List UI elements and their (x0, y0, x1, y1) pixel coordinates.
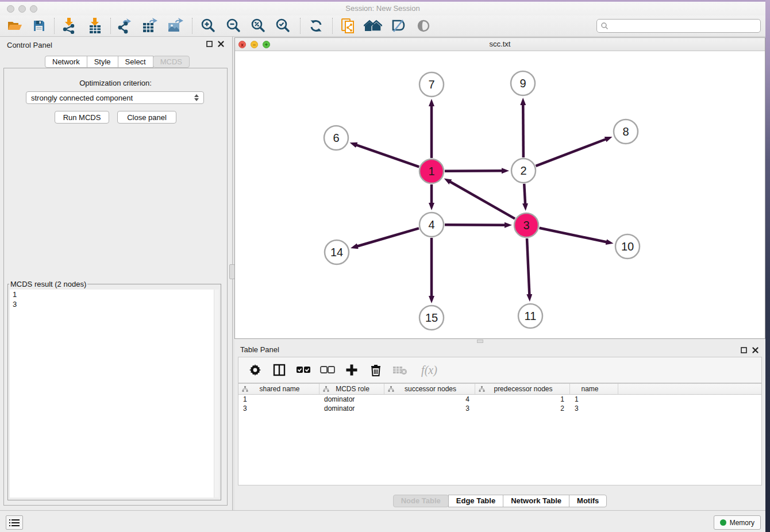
column-header-name[interactable]: name (570, 384, 618, 394)
column-header-shared-name[interactable]: shared name (238, 384, 319, 394)
cell-shared-name[interactable]: 1 (238, 395, 319, 404)
zoom-fit-icon (250, 18, 266, 34)
cell-predecessor-nodes[interactable]: 1 (475, 395, 570, 404)
column-header-filler (618, 384, 761, 394)
function-builder-button[interactable]: f(x) (414, 360, 444, 380)
import-table-button[interactable] (83, 17, 106, 35)
tab-edge-table[interactable]: Edge Table (448, 495, 503, 507)
network-window-titlebar[interactable]: x − + scc.txt (235, 38, 765, 51)
open-session-button[interactable] (3, 17, 26, 35)
add-column-button[interactable] (342, 360, 361, 380)
tab-network-table[interactable]: Network Table (503, 495, 569, 507)
graph-edge-4-3[interactable] (445, 225, 506, 225)
unchecked-boxes-icon (320, 366, 335, 374)
apply-layout-button[interactable] (305, 17, 328, 35)
mcds-result-textarea[interactable]: 1 3 (10, 290, 219, 498)
float-panel-icon[interactable] (206, 41, 213, 47)
graph-edge-2-9[interactable] (523, 103, 523, 157)
graph-edge-4-14[interactable] (356, 228, 419, 246)
tab-network[interactable]: Network (45, 56, 87, 68)
search-icon (600, 22, 609, 30)
tab-select[interactable]: Select (118, 56, 153, 68)
cell-shared-name[interactable]: 3 (238, 404, 319, 413)
run-mcds-button[interactable]: Run MCDS (55, 111, 109, 124)
network-maximize-button[interactable]: + (263, 41, 270, 48)
export-image-button[interactable] (164, 17, 187, 35)
search-box[interactable] (596, 19, 761, 33)
graph-edge-1-6[interactable] (355, 145, 419, 167)
graph-edge-3-11[interactable] (527, 238, 529, 296)
table-header-row: shared name MCDS role successor nodes pr… (238, 384, 761, 395)
zoom-selected-button[interactable] (271, 17, 294, 35)
table-toolbar: f(x) (238, 357, 762, 383)
float-panel-icon[interactable] (741, 347, 747, 353)
column-header-mcds-role[interactable]: MCDS role (319, 384, 384, 394)
close-panel-icon[interactable] (218, 41, 224, 47)
cell-successor-nodes[interactable]: 3 (384, 404, 475, 413)
import-network-icon (61, 18, 76, 34)
column-header-successor-nodes[interactable]: successor nodes (384, 384, 475, 394)
tab-mcds[interactable]: MCDS (153, 56, 190, 68)
graph-edge-1-2[interactable] (445, 171, 503, 171)
graph-edge-3-1[interactable] (449, 181, 515, 218)
criterion-selected-value: strongly connected component (31, 94, 133, 102)
tab-node-table[interactable]: Node Table (393, 495, 449, 507)
graph-node-label-8: 8 (622, 125, 629, 138)
first-neighbors-button[interactable] (361, 17, 384, 35)
clone-network-button[interactable] (337, 17, 360, 35)
network-graph-canvas[interactable]: 7968124314101511 (235, 51, 765, 338)
close-window-button[interactable] (7, 5, 14, 13)
minimize-window-button[interactable] (18, 5, 26, 13)
table-panel: Table Panel f(x) shar (234, 343, 765, 510)
close-panel-button[interactable]: Close panel (117, 111, 176, 124)
export-table-button[interactable] (138, 17, 161, 35)
search-input[interactable] (609, 20, 760, 32)
cell-predecessor-nodes[interactable]: 2 (475, 404, 570, 413)
select-all-button[interactable] (294, 360, 313, 380)
cell-successor-nodes[interactable]: 4 (384, 395, 475, 404)
cell-name[interactable]: 1 (570, 395, 618, 404)
delete-column-button[interactable] (366, 360, 386, 380)
control-panel-title: Control Panel (7, 41, 52, 49)
export-image-icon (167, 18, 183, 34)
column-header-predecessor-nodes[interactable]: predecessor nodes (475, 384, 570, 394)
network-close-button[interactable]: x (238, 41, 246, 48)
tab-style[interactable]: Style (87, 56, 118, 68)
save-session-button[interactable] (28, 17, 51, 35)
control-panel-window-controls (206, 41, 224, 47)
hierarchy-icon (479, 386, 485, 392)
criterion-select[interactable]: strongly connected component (26, 91, 204, 104)
graphics-details-button[interactable] (412, 17, 435, 35)
table-row[interactable]: 1 dominator 4 1 1 (238, 395, 761, 404)
graph-edge-2-8[interactable] (536, 138, 607, 165)
graph-edge-2-3[interactable] (524, 184, 525, 205)
result-scrollbar[interactable] (214, 290, 219, 498)
close-panel-icon[interactable] (752, 347, 759, 353)
graph-edge-3-10[interactable] (540, 228, 608, 242)
zoom-window-button[interactable] (30, 5, 37, 13)
cell-mcds-role[interactable]: dominator (319, 395, 384, 404)
memory-button[interactable]: Memory (714, 515, 761, 530)
main-toolbar (0, 16, 765, 37)
result-line: 3 (10, 299, 219, 309)
optimization-criterion-label: Optimization criterion: (4, 79, 227, 87)
tab-motifs[interactable]: Motifs (569, 495, 607, 507)
toggle-panel-split-button[interactable] (270, 360, 289, 380)
zoom-in-button[interactable] (197, 17, 220, 35)
network-minimize-button[interactable]: − (251, 41, 258, 48)
table-row[interactable]: 3 dominator 3 2 3 (238, 404, 761, 413)
delete-table-button[interactable] (390, 360, 410, 380)
deselect-all-button[interactable] (318, 360, 337, 380)
cell-mcds-role[interactable]: dominator (319, 404, 384, 413)
zoom-fit-button[interactable] (247, 17, 270, 35)
node-table[interactable]: shared name MCDS role successor nodes pr… (238, 383, 762, 485)
hide-labels-button[interactable] (387, 17, 410, 35)
show-log-button[interactable] (6, 515, 23, 530)
import-network-button[interactable] (57, 17, 80, 35)
save-floppy-icon (32, 19, 46, 33)
graph-node-label-11: 11 (525, 310, 537, 322)
table-settings-button[interactable] (245, 360, 265, 380)
cell-name[interactable]: 3 (570, 404, 618, 413)
export-network-button[interactable] (114, 17, 137, 35)
zoom-out-button[interactable] (222, 17, 245, 35)
